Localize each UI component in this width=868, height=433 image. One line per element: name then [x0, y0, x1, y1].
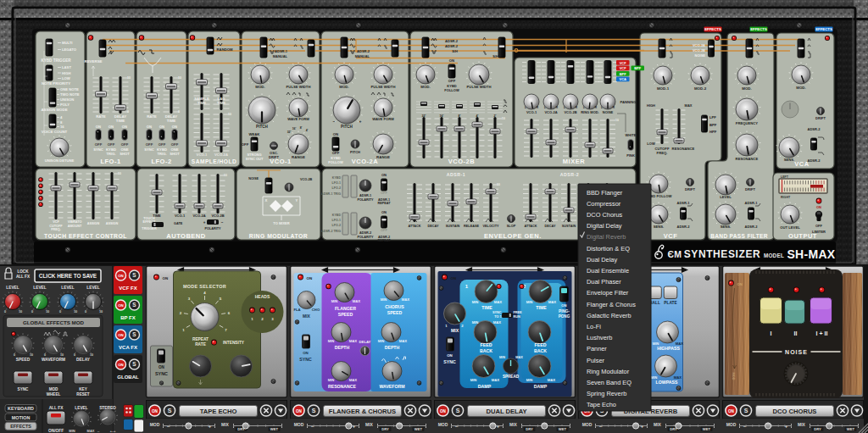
svg-text:Flanger & Chorus: Flanger & Chorus [587, 301, 636, 308]
svg-text:MIN: MIN [526, 378, 533, 382]
svg-text:OFF: OFF [159, 142, 166, 147]
svg-text:ON: ON [381, 173, 387, 177]
svg-text:KYBD: KYBD [332, 176, 342, 180]
svg-text:VOICE COUNT: VOICE COUNT [42, 130, 68, 134]
svg-text:TOUCH EFFECT CONTROL: TOUCH EFFECT CONTROL [44, 233, 127, 239]
svg-text:MIN: MIN [328, 378, 335, 382]
svg-text:10: 10 [19, 310, 22, 314]
svg-text:MIN: MIN [470, 378, 477, 382]
svg-text:ON: ON [440, 409, 447, 414]
svg-text:OFF: OFF [448, 79, 456, 83]
svg-text:MAX: MAX [87, 429, 95, 433]
svg-text:HIGHPASS: HIGHPASS [657, 346, 680, 351]
svg-text:SYNC: SYNC [144, 147, 154, 152]
svg-text:ON: ON [451, 276, 457, 280]
svg-text:WAVE FORM: WAVE FORM [372, 117, 394, 121]
svg-text:LIMITER: LIMITER [812, 230, 826, 234]
svg-text:Galactic Reverb: Galactic Reverb [587, 312, 632, 319]
svg-text:2': 2' [494, 114, 497, 118]
svg-text:SENS.: SENS. [654, 225, 665, 229]
svg-text:ON: ON [737, 282, 743, 286]
svg-text:POLARITY: POLARITY [357, 198, 374, 202]
svg-text:VCO-2A: VCO-2A [214, 153, 228, 157]
svg-text:NOISE: NOISE [785, 349, 808, 355]
svg-text:GATE: GATE [174, 222, 183, 225]
svg-text:L: L [601, 106, 603, 109]
svg-text:DRIFT: DRIFT [685, 187, 695, 192]
svg-text:MOD: MOD [726, 422, 737, 427]
svg-text:S: S [168, 408, 172, 414]
svg-text:MOD.: MOD. [742, 86, 751, 91]
svg-text:MOD: MOD [150, 422, 160, 427]
svg-text:ON: ON [561, 303, 566, 308]
svg-text:TRIG.: TRIG. [157, 152, 166, 156]
svg-text:FLA: FLA [293, 308, 300, 312]
svg-text:SYNC: SYNC [18, 387, 29, 391]
svg-text:ONE NOTE: ONE NOTE [60, 87, 79, 92]
svg-text:EFFECTS: EFFECTS [750, 27, 767, 31]
svg-text:+: + [203, 220, 206, 225]
svg-text:LEVEL: LEVEL [6, 286, 19, 290]
svg-text:MAX: MAX [492, 378, 500, 382]
svg-text:SENS.: SENS. [721, 225, 732, 229]
svg-text:ON: ON [159, 365, 165, 369]
svg-text:ADSR-2: ADSR-2 [445, 44, 459, 48]
svg-text:VCO-2B: VCO-2B [211, 214, 224, 218]
svg-text:MANUAL: MANUAL [273, 54, 288, 58]
svg-text:ON: ON [303, 351, 309, 355]
svg-text:MIX: MIX [798, 422, 806, 427]
svg-text:KEYBOARD: KEYBOARD [8, 406, 34, 411]
svg-text:SPEED: SPEED [16, 358, 31, 362]
svg-text:Digital Delay: Digital Delay [587, 222, 622, 230]
svg-text:RANGE: RANGE [292, 155, 305, 159]
svg-text:UNISON: UNISON [60, 97, 74, 102]
svg-text:HIGH: HIGH [647, 103, 655, 108]
svg-text:MIN: MIN [526, 300, 533, 304]
svg-text:RELEASE: RELEASE [464, 225, 479, 228]
svg-text:10: 10 [502, 117, 505, 120]
svg-text:ADSR-2: ADSR-2 [357, 49, 370, 53]
svg-text:S: S [132, 302, 136, 308]
svg-text:LOWPASS: LOWPASS [656, 380, 678, 385]
svg-text:ON: ON [163, 276, 169, 280]
svg-text:MAX: MAX [402, 297, 410, 302]
svg-text:ON: ON [108, 125, 114, 129]
svg-text:DCO Chorus: DCO Chorus [587, 211, 623, 219]
svg-text:0: 0 [59, 310, 61, 314]
svg-text:Lo-Fi: Lo-Fi [587, 323, 601, 330]
svg-text:LEVEL: LEVEL [61, 286, 75, 290]
svg-text:ASSIGN: ASSIGN [106, 222, 119, 225]
svg-text:RATE: RATE [195, 342, 207, 347]
svg-text:AUTOBEND: AUTOBEND [166, 232, 205, 240]
svg-text:VCO-2A: VCO-2A [352, 158, 378, 165]
svg-text:MOD.: MOD. [255, 85, 264, 89]
svg-text:PLATE: PLATE [664, 301, 677, 305]
svg-text:LOCK: LOCK [17, 269, 29, 274]
svg-text:I: I [771, 330, 772, 336]
svg-text:OFF: OFF [381, 191, 388, 195]
svg-text:ADSR-1 TRIG: ADSR-1 TRIG [321, 192, 341, 196]
svg-text:FREQ.: FREQ. [51, 228, 61, 231]
svg-text:ON: ON [118, 363, 124, 367]
svg-text:RING MODULATOR: RING MODULATOR [249, 233, 308, 239]
svg-text:VCO-2A: VCO-2A [693, 43, 705, 47]
svg-text:L: L [564, 106, 565, 109]
svg-text:Envelope Filter: Envelope Filter [587, 289, 629, 297]
svg-text:DECAY: DECAY [428, 225, 439, 228]
svg-text:VELOCITY: VELOCITY [483, 225, 499, 228]
svg-text:ЄM: ЄM [667, 249, 682, 259]
svg-text:MAX: MAX [494, 300, 503, 304]
svg-text:LEFT: LEFT [781, 175, 789, 179]
svg-text:FREE: FREE [514, 311, 523, 314]
svg-text:OUT LEVEL: OUT LEVEL [780, 225, 800, 230]
svg-text:SYNTHESIZER: SYNTHESIZER [684, 248, 761, 260]
svg-text:LEVEL: LEVEL [720, 195, 732, 199]
svg-text:ON: ON [172, 125, 177, 129]
svg-text:8': 8' [300, 126, 303, 130]
svg-text:DEPTH: DEPTH [335, 345, 350, 350]
svg-text:10: 10 [224, 174, 227, 177]
svg-text:ON: ON [307, 276, 313, 280]
svg-text:ON: ON [152, 409, 159, 414]
svg-text:VCF: VCF [664, 232, 678, 240]
svg-text:ADSR-2: ADSR-2 [677, 225, 691, 229]
